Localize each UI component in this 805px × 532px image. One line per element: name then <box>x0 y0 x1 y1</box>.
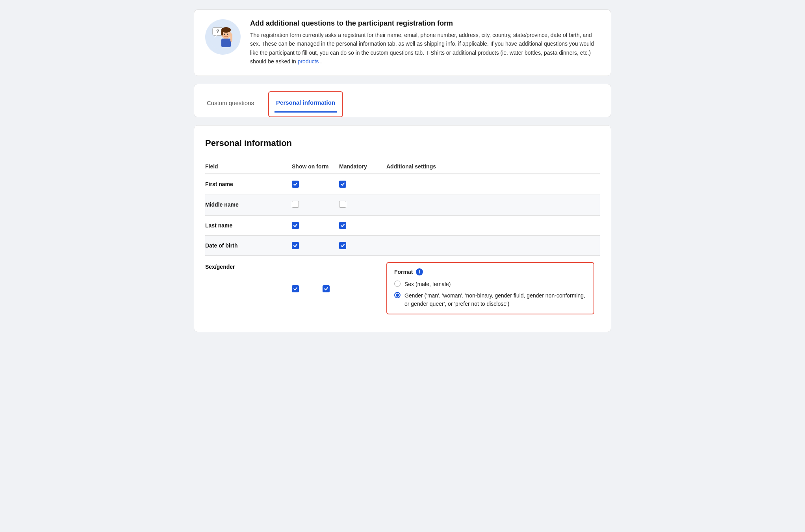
main-card: Personal information Field Show on form … <box>194 125 611 332</box>
table-row: Date of birth <box>205 235 600 255</box>
banner-text: Add additional questions to the particip… <box>250 19 600 66</box>
field-label-last-name: Last name <box>205 222 232 229</box>
table-row: Middle name <box>205 194 600 215</box>
products-link[interactable]: products <box>298 58 319 65</box>
additional-last-name <box>386 215 600 235</box>
svg-point-10 <box>224 34 225 35</box>
section-title: Personal information <box>205 138 600 148</box>
additional-first-name <box>386 174 600 194</box>
col-header-mandatory: Mandatory <box>339 159 386 174</box>
sexgender-settings-box: Format i Sex (male, female) Gender ('man… <box>386 262 594 314</box>
additional-sexgender: Format i Sex (male, female) Gender ('man… <box>386 255 600 321</box>
svg-point-11 <box>227 34 228 35</box>
tabs-row: Custom questions Personal information <box>205 91 600 117</box>
tab-personal-information[interactable]: Personal information <box>275 94 337 113</box>
additional-middle-name <box>386 194 600 215</box>
format-row: Format i <box>394 268 586 275</box>
field-label-middle-name: Middle name <box>205 201 239 208</box>
show-checkbox-sexgender[interactable] <box>292 285 299 292</box>
mandatory-checkbox-first-name[interactable] <box>339 174 386 194</box>
show-checkbox-middle-name[interactable] <box>292 194 339 215</box>
col-header-show: Show on form <box>292 159 339 174</box>
radio-empty-sex <box>394 281 401 287</box>
table-row-sexgender: Sex/gender <box>205 255 600 321</box>
tab-personal-information-box: Personal information <box>268 91 343 117</box>
table-row: First name <box>205 174 600 194</box>
svg-text:?: ? <box>216 28 219 34</box>
mandatory-checkbox-last-name[interactable] <box>339 215 386 235</box>
svg-rect-7 <box>221 39 231 47</box>
radio-option-gender[interactable]: Gender ('man', 'woman', 'non-binary, gen… <box>394 292 586 308</box>
svg-rect-6 <box>221 30 223 35</box>
additional-dob <box>386 235 600 255</box>
radio-option-sex[interactable]: Sex (male, female) <box>394 280 586 288</box>
personal-information-table: Field Show on form Mandatory Additional … <box>205 159 600 321</box>
mandatory-checkbox-dob[interactable] <box>339 235 386 255</box>
sexgender-checkboxes-cell <box>292 255 386 321</box>
tabs-section: Custom questions Personal information <box>194 84 611 117</box>
show-checkbox-dob[interactable] <box>292 235 339 255</box>
format-label: Format <box>394 269 413 275</box>
radio-filled-gender <box>394 292 401 298</box>
table-row: Last name <box>205 215 600 235</box>
avatar-illustration: ? <box>209 23 237 51</box>
tab-custom-questions[interactable]: Custom questions <box>205 95 256 113</box>
field-label-sexgender: Sex/gender <box>205 264 235 270</box>
mandatory-checkbox-middle-name[interactable] <box>339 194 386 215</box>
col-header-additional: Additional settings <box>386 159 600 174</box>
show-checkbox-last-name[interactable] <box>292 215 339 235</box>
radio-label-sex: Sex (male, female) <box>404 280 586 288</box>
show-checkbox-first-name[interactable] <box>292 174 339 194</box>
info-icon[interactable]: i <box>416 268 423 275</box>
info-banner: ? Add additional questions to the <box>194 9 611 76</box>
field-label-first-name: First name <box>205 181 233 187</box>
banner-description: The registration form currently asks a r… <box>250 31 600 66</box>
svg-point-9 <box>230 33 232 36</box>
mandatory-checkbox-sexgender[interactable] <box>323 285 330 292</box>
avatar: ? <box>205 19 241 55</box>
col-header-field: Field <box>205 159 292 174</box>
banner-title: Add additional questions to the particip… <box>250 19 600 28</box>
radio-label-gender: Gender ('man', 'woman', 'non-binary, gen… <box>404 292 586 308</box>
field-label-dob: Date of birth <box>205 242 237 249</box>
